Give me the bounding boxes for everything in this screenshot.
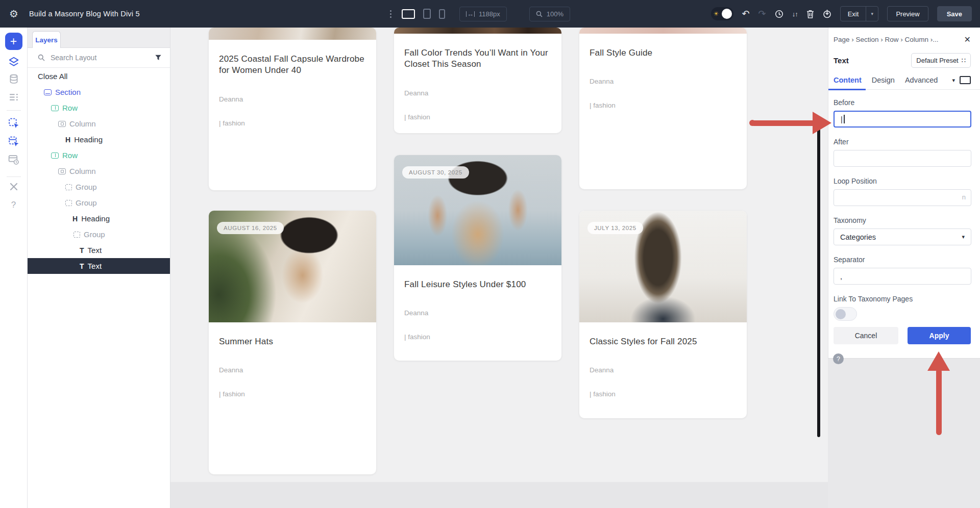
taxonomy-selected-value: Categories [840, 233, 876, 241]
add-module-button[interactable]: + [5, 33, 22, 50]
post-category: | fashion [404, 333, 551, 341]
after-field-label: After [834, 138, 971, 146]
layers-panel-icon[interactable] [8, 56, 19, 67]
post-category: | fashion [590, 101, 737, 109]
post-image [394, 28, 561, 34]
after-input[interactable] [834, 150, 971, 167]
loop-position-label: Loop Position [834, 177, 971, 185]
save-button-label: Save [947, 10, 962, 18]
top-toolbar: ⚙ Build a Masonry Blog With Divi 5 ↔ 118… [0, 0, 980, 28]
post-title: 2025 Coastal Fall Capsule Wardrobe for W… [219, 54, 366, 77]
text-module-settings-panel: Page › Section › Row › Column ›... ✕ Tex… [828, 28, 980, 359]
layer-item-row[interactable]: Row [28, 100, 170, 116]
tab-layers[interactable]: Layers [32, 31, 61, 48]
viewport-width-control[interactable]: ↔ 1188px [459, 7, 507, 21]
tab-design[interactable]: Design [872, 76, 895, 84]
layer-item-group[interactable]: Group [28, 195, 170, 211]
heading-icon: H [72, 215, 78, 222]
layer-item-section[interactable]: Section [28, 84, 170, 100]
preview-button[interactable]: Preview [887, 6, 928, 21]
close-all-control[interactable]: Close All [28, 68, 170, 84]
more-options-icon[interactable] [388, 8, 394, 20]
blog-card[interactable]: 2025 Coastal Fall Capsule Wardrobe for W… [209, 28, 376, 190]
post-date-badge: JULY 13, 2025 [587, 222, 643, 234]
blog-card[interactable]: AUGUST 30, 2025 Fall Leisure Styles Unde… [394, 155, 561, 361]
sort-arrows-icon[interactable]: ↓↑ [792, 11, 798, 17]
separator-input[interactable] [834, 268, 971, 285]
tools-icon[interactable] [9, 182, 19, 192]
blog-card[interactable]: Fall Style Guide Deanna | fashion [579, 28, 747, 189]
layer-item-heading[interactable]: H Heading [28, 211, 170, 226]
preview-button-label: Preview [896, 10, 919, 18]
post-image: AUGUST 30, 2025 [394, 155, 561, 265]
zoom-control[interactable]: 100% [529, 7, 570, 21]
desktop-view-icon[interactable] [402, 9, 415, 19]
trash-icon[interactable] [806, 10, 814, 18]
phone-view-icon[interactable] [439, 9, 445, 19]
field-list-icon[interactable] [8, 92, 19, 103]
database-icon[interactable] [8, 73, 19, 85]
insert-section-icon[interactable] [8, 117, 19, 129]
exit-button[interactable]: Exit ▾ [840, 6, 879, 21]
loop-position-input[interactable] [834, 189, 971, 206]
magnifier-icon [536, 11, 543, 17]
help-icon[interactable]: ? [833, 353, 844, 364]
exit-dropdown-caret[interactable]: ▾ [866, 7, 878, 21]
layer-item-row[interactable]: Row [28, 147, 170, 163]
blog-card[interactable]: AUGUST 16, 2025 Summer Hats Deanna | fas… [209, 211, 376, 474]
post-author: Deanna [590, 366, 737, 374]
panel-resize-handle[interactable] [817, 128, 820, 437]
page-settings-clock-icon[interactable] [8, 154, 19, 165]
cancel-button[interactable]: Cancel [834, 327, 898, 344]
responsive-desktop-icon[interactable] [960, 76, 971, 84]
layers-search-bar [28, 48, 170, 68]
layer-item-text[interactable]: T Text [28, 242, 170, 258]
layer-item-group[interactable]: Group [28, 226, 170, 242]
layer-item-text-selected[interactable]: T Text [28, 258, 170, 274]
history-icon[interactable] [775, 10, 783, 18]
post-category: | fashion [219, 119, 366, 127]
layers-panel: Layers Close All Section Row Column H He… [28, 28, 170, 508]
builder-canvas: 2025 Coastal Fall Capsule Wardrobe for W… [170, 28, 828, 508]
layer-item-heading[interactable]: H Heading [28, 132, 170, 147]
link-taxonomy-label: Link To Taxonomy Pages [834, 295, 971, 303]
close-icon[interactable]: ✕ [964, 35, 971, 44]
tablet-view-icon[interactable] [423, 9, 431, 19]
taxonomy-select[interactable]: Categories ▾ [834, 228, 971, 245]
layer-item-column[interactable]: Column [28, 116, 170, 132]
apply-button[interactable]: Apply [908, 327, 971, 344]
gear-icon[interactable]: ⚙ [9, 0, 18, 28]
blog-card[interactable]: Fall Color Trends You’ll Want in Your Cl… [394, 28, 561, 133]
save-button[interactable]: Save [937, 6, 972, 21]
layer-item-column[interactable]: Column [28, 163, 170, 179]
module-title: Text [834, 56, 849, 65]
text-icon: T [80, 247, 84, 254]
tab-advanced[interactable]: Advanced [905, 76, 938, 84]
tab-content[interactable]: Content [834, 76, 862, 84]
breadcrumb-path[interactable]: Page › Section › Row › Column ›... [834, 36, 939, 43]
active-tab-indicator [828, 89, 866, 90]
post-date-badge: AUGUST 30, 2025 [402, 166, 469, 179]
column-icon [58, 121, 66, 127]
filter-icon[interactable] [155, 54, 162, 61]
preset-button-label: Default Preset [916, 57, 958, 64]
blog-card[interactable]: JULY 13, 2025 Classic Styles for Fall 20… [579, 211, 747, 418]
before-input[interactable] [834, 111, 971, 128]
light-dark-mode-toggle[interactable]: ☀ [711, 7, 733, 20]
taxonomy-label: Taxonomy [834, 216, 971, 224]
default-preset-button[interactable]: Default Preset ∷ [911, 53, 971, 68]
portability-icon[interactable] [823, 9, 831, 18]
chevron-down-icon[interactable]: ▾ [952, 77, 955, 84]
redo-icon[interactable]: ↷ [758, 9, 766, 18]
page-title: Build a Masonry Blog With Divi 5 [29, 0, 140, 28]
link-taxonomy-toggle[interactable] [834, 307, 857, 321]
loop-position-placeholder: n [962, 193, 966, 201]
post-image [579, 28, 747, 34]
chevron-down-icon: ▾ [962, 234, 965, 240]
search-layout-input[interactable] [50, 53, 150, 62]
insert-row-icon[interactable] [8, 136, 19, 147]
layer-item-group[interactable]: Group [28, 179, 170, 195]
undo-icon[interactable]: ↶ [742, 9, 750, 18]
help-icon[interactable]: ? [11, 200, 16, 210]
separator-label: Separator [834, 256, 971, 264]
